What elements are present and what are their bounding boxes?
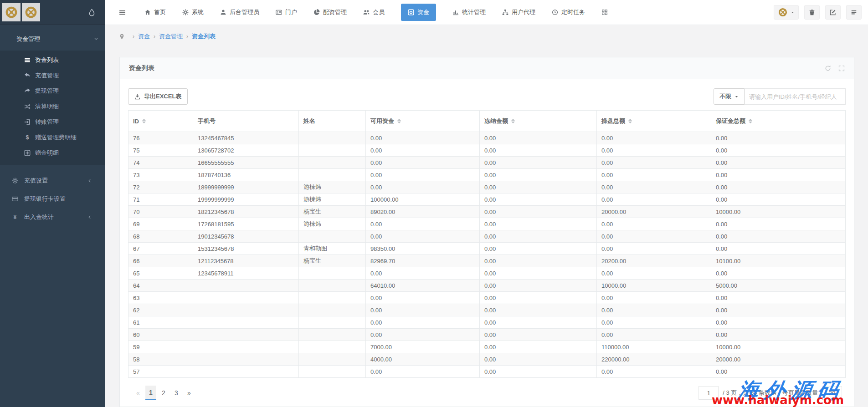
breadcrumb-link-资金管理[interactable]: 资金管理 — [159, 33, 183, 40]
table-row[interactable]: 597000.000.00110000.0010000.00 — [128, 341, 846, 353]
search-controls: 不限 — [714, 88, 846, 105]
table-row[interactable]: 6715312345678青和勒图98350.000.000.000.00 — [128, 243, 846, 255]
cell-手机号: 18212345678 — [193, 206, 299, 218]
topnav-item-配资管理[interactable]: 配资管理 — [313, 8, 347, 16]
sort-icon[interactable] — [142, 119, 146, 123]
table-row[interactable]: 610.000.000.000.00 — [128, 316, 846, 329]
cell-姓名 — [299, 329, 366, 341]
sidebar-item-赠送管理费明细[interactable]: $赠送管理费明细 — [0, 130, 105, 145]
breadcrumb-link-资金[interactable]: 资金 — [138, 33, 150, 40]
topnav-item-定时任务[interactable]: 定时任务 — [552, 8, 585, 16]
topnav-item-用户代理[interactable]: 用户代理 — [502, 8, 535, 16]
table-row[interactable]: 68190123456780.000.000.000.00 — [128, 230, 846, 243]
page-button-2[interactable]: 2 — [158, 386, 169, 400]
hamburger-icon[interactable] — [118, 9, 126, 16]
table-row[interactable]: 570.000.000.000.00 — [128, 366, 846, 378]
droplet-icon[interactable] — [88, 9, 96, 16]
chevron-left-icon — [86, 178, 93, 183]
page-size-input[interactable] — [822, 386, 842, 400]
sidebar-section-出入金统计[interactable]: ¥出入金统计 — [0, 208, 105, 226]
cell-姓名 — [299, 341, 366, 353]
sidebar-item-赠金明细[interactable]: 赠金明细 — [0, 145, 105, 161]
edit-icon — [830, 9, 836, 15]
export-excel-button[interactable]: 导出EXCEL表 — [128, 88, 188, 105]
sidebar-item-提现管理[interactable]: 提现管理 — [0, 83, 105, 99]
sidebar-item-清算明细[interactable]: 清算明细 — [0, 99, 105, 114]
sort-icon[interactable] — [628, 119, 632, 123]
cell-保证金总额: 20000.00 — [711, 353, 846, 366]
sidebar-item-充值管理[interactable]: 充值管理 — [0, 68, 105, 83]
table-row[interactable]: 630.000.000.000.00 — [128, 292, 846, 304]
table-row[interactable]: 76132454678450.000.000.000.00 — [128, 132, 846, 144]
grid-icon — [601, 9, 608, 15]
page-button-1[interactable]: 1 — [145, 386, 156, 400]
table-row[interactable]: 7218999999999游楝炜0.000.000.000.00 — [128, 181, 846, 193]
page-button-3[interactable]: 3 — [171, 386, 182, 400]
topnav-item-会员[interactable]: 会员 — [363, 8, 385, 16]
cell-姓名 — [299, 316, 366, 329]
table-row[interactable]: 75130657287020.000.000.000.00 — [128, 144, 846, 157]
topnav-item-grid[interactable] — [601, 9, 608, 15]
table-row[interactable]: 6612112345678杨宝生82969.700.0020200.001010… — [128, 255, 846, 267]
search-input[interactable] — [745, 88, 846, 105]
column-header-冻结金额[interactable]: 冻结金额 — [480, 111, 597, 132]
table-row[interactable]: 7119999999999游楝炜100000.000.000.000.00 — [128, 193, 846, 206]
topnav-item-后台管理员[interactable]: 后台管理员 — [220, 8, 259, 16]
column-header-保证金总额[interactable]: 保证金总额 — [711, 111, 846, 132]
column-header-label: ID — [133, 118, 139, 125]
cell-操盘总额: 0.00 — [597, 132, 711, 144]
plussquare-icon — [24, 150, 31, 156]
cell-手机号: 12112345678 — [193, 255, 299, 267]
table-row[interactable]: 7318787401360.000.000.000.00 — [128, 169, 846, 181]
table-body: 76132454678450.000.000.000.0075130657287… — [128, 132, 846, 378]
breadcrumb-link-资金列表[interactable]: 资金列表 — [192, 33, 216, 40]
table-row[interactable]: 7018212345678杨宝生89020.000.0020000.001000… — [128, 206, 846, 218]
brand-logo-icon — [5, 5, 18, 19]
page-number-input[interactable] — [699, 386, 719, 400]
sidebar-section-funds-management[interactable]: 资金管理 — [0, 25, 105, 51]
column-header-label: 姓名 — [303, 117, 315, 125]
refresh-icon[interactable] — [825, 65, 831, 71]
sort-icon[interactable] — [511, 119, 515, 123]
table-row[interactable]: 600.000.000.000.00 — [128, 329, 846, 341]
topnav-item-门户[interactable]: 门户 — [276, 8, 297, 16]
column-header-ID[interactable]: ID — [128, 111, 193, 132]
cell-保证金总额: 0.00 — [711, 243, 846, 255]
filter-dropdown-button[interactable]: 不限 — [714, 88, 745, 105]
avatar-menu-button[interactable] — [774, 5, 799, 20]
sidebar-item-资金列表[interactable]: 资金列表 — [0, 52, 105, 68]
table-row[interactable]: 74166555555550.000.000.000.00 — [128, 157, 846, 169]
column-header-操盘总额[interactable]: 操盘总额 — [597, 111, 711, 132]
layout-list-button[interactable] — [846, 5, 862, 20]
table-row[interactable]: 584000.000.00220000.0020000.00 — [128, 353, 846, 366]
sidebar-section-充值设置[interactable]: 充值设置 — [0, 172, 105, 190]
expand-icon[interactable] — [838, 65, 845, 71]
trash-button[interactable] — [804, 5, 820, 20]
topnav-item-资金[interactable]: 资金 — [401, 4, 436, 21]
cell-手机号 — [193, 366, 299, 378]
gear-icon — [11, 178, 19, 184]
cell-冻结金额: 0.00 — [480, 218, 597, 230]
sort-icon[interactable] — [397, 119, 401, 123]
page-button-»[interactable]: » — [184, 386, 195, 400]
reply-icon — [24, 72, 31, 79]
table-row[interactable]: 6464010.000.0010000.005000.00 — [128, 280, 846, 292]
topnav-item-系统[interactable]: 系统 — [182, 8, 204, 16]
topnav-item-label: 首页 — [154, 8, 166, 16]
sidebar-section-label: 提现银行卡设置 — [24, 195, 98, 203]
table-row[interactable]: 65123456789110.000.000.000.00 — [128, 267, 846, 280]
sidebar-section-提现银行卡设置[interactable]: 提现银行卡设置 — [0, 190, 105, 208]
table-row[interactable]: 6917268181595游楝炜0.000.000.000.00 — [128, 218, 846, 230]
cell-可用资金: 0.00 — [366, 157, 480, 169]
edit-button[interactable] — [825, 5, 841, 20]
topnav-item-统计管理[interactable]: 统计管理 — [452, 8, 486, 16]
funds-list-panel: 资金列表 导出EXCEL表 不限 — [119, 57, 854, 407]
sort-icon[interactable] — [749, 119, 752, 123]
topnav-item-首页[interactable]: 首页 — [144, 8, 166, 16]
cell-操盘总额: 0.00 — [597, 157, 711, 169]
table-row[interactable]: 620.000.000.000.00 — [128, 304, 846, 316]
sidebar-item-转账管理[interactable]: 转账管理 — [0, 114, 105, 130]
column-header-可用资金[interactable]: 可用资金 — [366, 111, 480, 132]
cell-冻结金额: 0.00 — [480, 181, 597, 193]
topnav-item-label: 系统 — [192, 8, 204, 16]
